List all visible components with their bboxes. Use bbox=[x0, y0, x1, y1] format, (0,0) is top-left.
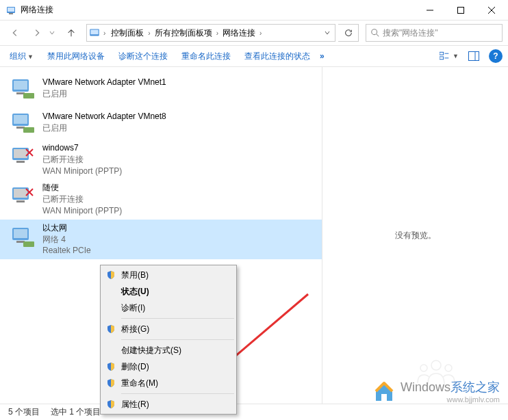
help-button[interactable]: ? bbox=[489, 49, 503, 63]
svg-rect-45 bbox=[381, 394, 387, 401]
item-count: 5 个项目 bbox=[8, 406, 40, 418]
connection-name: VMware Network Adapter VMnet1 bbox=[42, 77, 166, 88]
breadcrumb-separator: › bbox=[147, 29, 151, 37]
location-icon bbox=[88, 27, 101, 39]
connection-item[interactable]: windows7 已断开连接 WAN Miniport (PPTP) bbox=[0, 140, 322, 179]
network-adapter-icon bbox=[8, 142, 37, 171]
context-menu: 禁用(B) 状态(U) 诊断(I) 桥接(G) 创建快捷方式(S) 删除(D) … bbox=[100, 265, 237, 415]
house-icon bbox=[372, 379, 396, 404]
address-dropdown[interactable] bbox=[321, 28, 333, 38]
connection-status: 网络 4 bbox=[42, 234, 91, 246]
connection-status: 已断开连接 bbox=[42, 194, 122, 205]
breadcrumb-separator: › bbox=[215, 29, 220, 37]
svg-rect-22 bbox=[14, 115, 27, 124]
context-status[interactable]: 状态(U) bbox=[102, 283, 235, 300]
connection-name: 随便 bbox=[42, 182, 122, 194]
svg-rect-8 bbox=[90, 30, 98, 35]
network-adapter-icon bbox=[8, 222, 37, 251]
breadcrumb-separator: › bbox=[102, 29, 107, 37]
breadcrumb-item[interactable]: 所有控制面板项 bbox=[152, 26, 215, 40]
context-delete[interactable]: 删除(D) bbox=[102, 358, 235, 375]
diagnose-button[interactable]: 诊断这个连接 bbox=[114, 48, 172, 65]
svg-rect-11 bbox=[440, 52, 444, 55]
maximize-button[interactable] bbox=[445, 0, 476, 20]
connection-item[interactable]: VMware Network Adapter VMnet1 已启用 bbox=[0, 71, 322, 105]
svg-rect-4 bbox=[457, 7, 463, 13]
svg-rect-31 bbox=[14, 189, 27, 198]
svg-point-42 bbox=[431, 360, 441, 370]
minimize-button[interactable] bbox=[414, 0, 445, 20]
forward-button[interactable] bbox=[27, 23, 47, 42]
context-bridge[interactable]: 桥接(G) bbox=[102, 321, 235, 337]
search-input[interactable]: 搜索"网络连接" bbox=[366, 24, 503, 42]
menu-separator bbox=[121, 393, 234, 394]
view-mode-button[interactable]: ▼ bbox=[440, 51, 459, 61]
up-button[interactable] bbox=[62, 23, 81, 42]
svg-rect-1 bbox=[8, 8, 14, 12]
svg-rect-2 bbox=[9, 13, 13, 14]
selection-count: 选中 1 个项目 bbox=[51, 406, 101, 418]
breadcrumb-item[interactable]: 网络连接 bbox=[220, 26, 258, 40]
breadcrumb-separator: › bbox=[258, 29, 263, 37]
search-placeholder: 搜索"网络连接" bbox=[383, 27, 438, 39]
svg-rect-18 bbox=[14, 81, 27, 90]
breadcrumb: 控制面板 › 所有控制面板项 › 网络连接 › bbox=[108, 26, 320, 40]
organize-menu[interactable]: 组织▼ bbox=[5, 48, 38, 65]
network-adapter-icon bbox=[8, 74, 37, 103]
svg-rect-20 bbox=[23, 93, 34, 99]
connection-status: 已断开连接 bbox=[42, 154, 122, 166]
svg-rect-36 bbox=[14, 229, 27, 238]
connection-device: WAN Miniport (PPTP) bbox=[42, 205, 122, 217]
shield-icon bbox=[106, 378, 116, 388]
connection-status: 已启用 bbox=[42, 88, 166, 100]
network-adapter-icon bbox=[8, 108, 37, 137]
shield-icon bbox=[106, 270, 116, 280]
rename-button[interactable]: 重命名此连接 bbox=[177, 48, 235, 65]
refresh-button[interactable] bbox=[338, 24, 359, 42]
address-bar[interactable]: › 控制面板 › 所有控制面板项 › 网络连接 › bbox=[86, 24, 335, 42]
context-diagnose[interactable]: 诊断(I) bbox=[102, 300, 235, 316]
context-disable[interactable]: 禁用(B) bbox=[102, 267, 235, 283]
connection-item[interactable]: VMware Network Adapter VMnet8 已启用 bbox=[0, 105, 322, 140]
toolbar-overflow[interactable]: » bbox=[320, 51, 325, 61]
svg-rect-32 bbox=[16, 200, 25, 202]
menu-separator bbox=[121, 318, 234, 319]
svg-rect-26 bbox=[14, 149, 27, 158]
shield-icon bbox=[106, 399, 116, 409]
svg-point-9 bbox=[372, 29, 377, 35]
main-content: VMware Network Adapter VMnet1 已启用 VMware… bbox=[0, 67, 508, 404]
view-status-button[interactable]: 查看此连接的状态 bbox=[240, 48, 314, 65]
disable-device-button[interactable]: 禁用此网络设备 bbox=[43, 48, 109, 65]
close-button[interactable] bbox=[476, 0, 507, 20]
navbar: › 控制面板 › 所有控制面板项 › 网络连接 › 搜索"网络连接" bbox=[0, 21, 508, 45]
context-properties[interactable]: 属性(R) bbox=[102, 396, 235, 412]
svg-point-43 bbox=[420, 365, 427, 371]
connection-name: VMware Network Adapter VMnet8 bbox=[42, 111, 166, 122]
connection-name: windows7 bbox=[42, 142, 122, 154]
connection-name: 以太网 bbox=[42, 222, 91, 234]
watermark: Windows系统之家 www.bjjmlv.com bbox=[372, 379, 500, 404]
svg-rect-24 bbox=[23, 127, 34, 133]
statusbar: 5 个项目 选中 1 个项目 bbox=[0, 404, 508, 420]
history-dropdown[interactable] bbox=[49, 28, 59, 38]
back-button[interactable] bbox=[5, 23, 25, 42]
svg-line-10 bbox=[377, 34, 379, 37]
no-preview-text: 没有预览。 bbox=[395, 230, 436, 241]
window-title: 网络连接 bbox=[21, 4, 414, 16]
svg-rect-27 bbox=[16, 161, 25, 163]
svg-rect-15 bbox=[469, 52, 479, 61]
connection-item[interactable]: 随便 已断开连接 WAN Miniport (PPTP) bbox=[0, 179, 322, 219]
connection-status: 已启用 bbox=[42, 122, 166, 134]
shield-icon bbox=[106, 324, 116, 334]
connection-item-selected[interactable]: 以太网 网络 4 Realtek PCIe bbox=[0, 220, 322, 259]
menu-separator bbox=[121, 339, 234, 340]
titlebar: 网络连接 bbox=[0, 0, 508, 21]
context-shortcut[interactable]: 创建快捷方式(S) bbox=[102, 342, 235, 358]
preview-pane-button[interactable] bbox=[464, 51, 483, 61]
shield-icon bbox=[106, 362, 116, 371]
connection-device: Realtek PCIe bbox=[42, 245, 91, 257]
svg-rect-12 bbox=[440, 57, 444, 60]
connection-device: WAN Miniport (PPTP) bbox=[42, 166, 122, 177]
context-rename[interactable]: 重命名(M) bbox=[102, 375, 235, 391]
breadcrumb-item[interactable]: 控制面板 bbox=[108, 26, 147, 40]
